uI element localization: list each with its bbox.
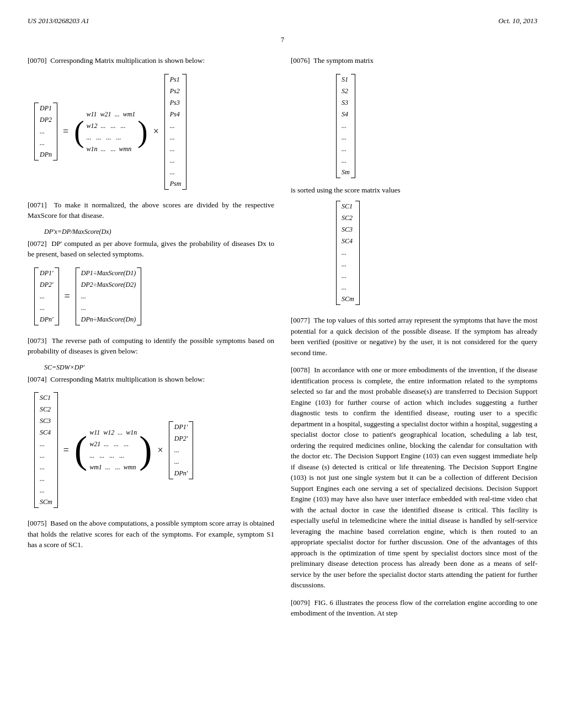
formula-0073: SC=SDW×DP': [44, 363, 274, 372]
matrix-rhs3: DP1' DP2' ... ... DPn': [169, 421, 194, 479]
matrix-row: DP1': [174, 421, 188, 433]
matrix-row: ...: [342, 270, 354, 282]
matrix-lhs1: DP1 DP2 ... ... DPn: [34, 103, 57, 160]
matrix-row: DP1': [40, 267, 54, 279]
right-bracket: [189, 421, 193, 479]
sorted-matrix-container: SC1 SC2 SC3 SC4 ... ... ... ... SCm: [335, 200, 537, 307]
para-0075-text: Based on the above computations, a possi…: [28, 519, 274, 549]
publication-date: Oct. 10, 2013: [498, 17, 537, 25]
para-0072-text: DP' computed as per above formula, gives…: [28, 239, 274, 259]
symptom-matrix-container: S1 S2 S3 S4 ... ... ... ... Sm: [335, 73, 537, 180]
para-0071-num: [0071]: [28, 201, 47, 209]
para-0076: [0076] The symptom matrix: [291, 55, 537, 66]
para-0078-num: [0078]: [291, 366, 310, 374]
matrix-inner: DP1' DP2' ... ... DPn': [40, 267, 54, 325]
page: US 2013/0268203 A1 Oct. 10, 2013 7 [0070…: [0, 0, 565, 728]
columns-container: [0070] Corresponding Matrix multiplicati…: [28, 55, 537, 625]
para-0071-text: To make it normalized, the above scores …: [28, 201, 274, 220]
matrix-row: DP2': [174, 433, 188, 445]
matrix-inner: DP1÷MaxScore(D1) DP2÷MaxScore(D2) ... ..…: [81, 267, 136, 325]
matrix-row: ...: [342, 143, 350, 155]
matrix-row: Ps3: [170, 97, 182, 109]
para-0075: [0075] Based on the above computations, …: [28, 518, 274, 550]
matrix-inner: w11 w12 ... w1n w21 ... ... ... ... ... …: [87, 427, 139, 473]
matrix-row: SC3: [342, 224, 354, 235]
matrix-rhs1: Ps1 Ps2 Ps3 Ps4 ... ... ... ... ... Psm: [164, 74, 187, 190]
times: ×: [153, 126, 159, 137]
matrix-row: ...: [170, 120, 182, 132]
equals: =: [63, 126, 68, 137]
para-0077: [0077] The top values of this sorted arr…: [291, 315, 537, 358]
matrix-row: w1n ... ... wmn: [86, 143, 135, 155]
symptom-matrix: S1 S2 S3 S4 ... ... ... ... Sm: [336, 74, 355, 178]
matrix-row: ... ... ... ...: [86, 132, 135, 143]
matrix-row: ...: [174, 456, 188, 468]
para-0072-num: [0072]: [28, 239, 47, 248]
matrix-inner: SC1 SC2 SC3 SC4 ... ... ... ... ... SCm: [40, 392, 52, 508]
matrix-inner: w11 w21 ... wm1 w12 ... ... ... ... ... …: [84, 109, 137, 155]
matrix-row: SC1: [342, 201, 354, 212]
matrix-row: ...: [40, 485, 52, 496]
formula-0071: DP'x=DP/MaxScore(Dx): [44, 228, 274, 236]
matrix-row: ...: [40, 137, 52, 149]
sorted-matrix: SC1 SC2 SC3 SC4 ... ... ... ... SCm: [336, 201, 360, 305]
para-0076-text: The symptom matrix: [313, 56, 374, 65]
para-0079-text: FIG. 6 illustrates the process flow of t…: [291, 598, 537, 618]
matrix-row: S2: [342, 85, 350, 97]
matrix-inner: DP1' DP2' ... ... DPn': [174, 421, 188, 479]
para-0070-text: Corresponding Matrix multiplication is s…: [50, 56, 205, 65]
para-0070-num: [0070]: [28, 56, 47, 65]
matrix-inner: SC1 SC2 SC3 SC4 ... ... ... ... SCm: [342, 201, 354, 305]
sort-text: is sorted using the score matrix values: [291, 185, 537, 196]
matrix-row: Sm: [342, 167, 350, 178]
para-0073-text: The reverse path of computing to identif…: [28, 336, 274, 356]
page-number: 7: [28, 35, 537, 44]
matrix-row: ...: [81, 291, 136, 302]
matrix-row: SC3: [40, 415, 52, 427]
matrix-row: w12 ... ... ...: [86, 120, 135, 132]
times: ×: [158, 445, 163, 456]
matrix-lhs3: SC1 SC2 SC3 SC4 ... ... ... ... ... SCm: [34, 392, 58, 508]
para-0078-text: In accordance with one or more embodimen…: [291, 366, 537, 589]
left-bracket: [169, 421, 173, 479]
matrix-row: wm1 ... ... wmn: [89, 462, 137, 473]
matrix-row: ...: [81, 302, 136, 314]
matrix-row: ...: [174, 445, 188, 456]
matrix-row: DPn: [40, 149, 52, 160]
right-bracket: [182, 74, 186, 190]
para-0072: [0072] DP' computed as per above formula…: [28, 238, 274, 260]
matrix-row: S4: [342, 109, 350, 120]
matrix-row: SC2: [40, 404, 52, 415]
matrix-row: DPn÷MaxScore(Dn): [81, 314, 136, 325]
para-0073-num: [0073]: [28, 336, 47, 345]
left-bracket: [336, 74, 340, 178]
matrix-row: ...: [40, 302, 54, 314]
matrix-row: DP2': [40, 279, 54, 291]
right-bracket: [55, 267, 59, 325]
para-0074: [0074] Corresponding Matrix multiplicati…: [28, 374, 274, 385]
matrix-row: ... ... ... ...: [89, 450, 137, 462]
patent-number: US 2013/0268203 A1: [28, 17, 89, 25]
matrix-row: S1: [342, 74, 350, 85]
matrix-row: SC2: [342, 212, 354, 224]
matrix-row: SC1: [40, 392, 52, 404]
matrix-row: ...: [40, 450, 52, 462]
right-bracket: [355, 201, 360, 305]
left-bracket: [76, 267, 80, 325]
para-0079-num: [0079]: [291, 598, 310, 607]
matrix-row: ...: [342, 132, 350, 143]
matrix-inner: Ps1 Ps2 Ps3 Ps4 ... ... ... ... ... Psm: [170, 74, 182, 190]
matrix-row: ...: [40, 462, 52, 473]
matrix-row: Psm: [170, 178, 182, 190]
lparen: (: [74, 427, 87, 473]
para-0074-num: [0074]: [28, 375, 47, 383]
matrix-row: w11 w21 ... wm1: [86, 109, 135, 120]
matrix-row: Ps2: [170, 85, 182, 97]
matrix-row: SCm: [342, 293, 354, 305]
left-bracket: [34, 267, 39, 325]
matrix-row: ...: [170, 132, 182, 143]
rparen: ): [139, 427, 152, 473]
left-bracket: [164, 74, 169, 190]
matrix-middle1: ( w11 w21 ... wm1 w12 ... ... ... ... ..…: [74, 109, 147, 155]
matrix-row: ...: [342, 120, 350, 132]
